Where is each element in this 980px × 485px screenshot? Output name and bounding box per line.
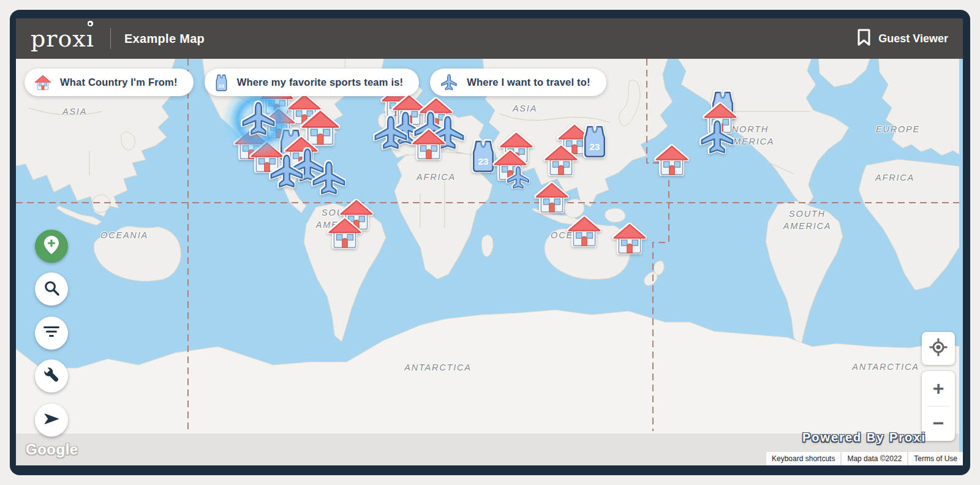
proxi-logo[interactable]: proxı <box>31 27 94 50</box>
powered-by-proxi-label: Powered By Proxi <box>802 430 926 445</box>
map-label: AFRICA <box>417 171 456 184</box>
plane-icon <box>440 73 458 92</box>
category-filter-bar: What Country I'm From! Where my favorite… <box>24 69 606 96</box>
house-marker[interactable] <box>612 223 647 255</box>
filter-pill-country[interactable]: What Country I'm From! <box>24 69 194 96</box>
header-divider <box>110 28 111 49</box>
map-label: ANTARCTICA <box>404 362 472 374</box>
map-label: OCEANIA <box>100 230 148 242</box>
send-icon <box>43 410 60 430</box>
jersey-marker[interactable] <box>581 125 608 158</box>
keyboard-shortcuts-link[interactable]: Keyboard shortcuts <box>766 452 840 465</box>
map-label: ASIA <box>62 106 87 118</box>
search-button[interactable] <box>35 273 68 306</box>
house-marker[interactable] <box>544 145 578 176</box>
search-icon <box>43 280 60 299</box>
bookmark-icon <box>857 29 871 49</box>
guest-viewer-button[interactable]: Guest Viewer <box>857 29 948 49</box>
proxi-app: proxı Example Map Guest Viewer <box>16 18 963 465</box>
filter-pill-travel[interactable]: Where I want to travel to! <box>430 69 606 96</box>
settings-wrench-button[interactable] <box>35 359 68 393</box>
house-marker[interactable] <box>328 217 362 249</box>
plane-marker[interactable] <box>310 160 348 198</box>
my-location-button[interactable] <box>922 332 955 365</box>
plane-marker[interactable] <box>268 153 306 191</box>
add-pin-button[interactable] <box>35 230 68 263</box>
wrench-icon <box>42 366 61 386</box>
plane-marker[interactable] <box>239 100 277 138</box>
filter-pill-sports-team[interactable]: Where my favorite sports team is! <box>205 69 420 96</box>
filter-pill-label: Where my favorite sports team is! <box>237 77 404 88</box>
house-marker[interactable] <box>655 145 689 176</box>
map-canvas[interactable]: What Country I'm From! Where my favorite… <box>16 59 963 465</box>
map-label: ANTARCTICA <box>852 361 919 374</box>
share-button[interactable] <box>35 404 68 437</box>
zoom-in-button[interactable]: + <box>922 371 955 406</box>
google-logo[interactable]: Google <box>26 441 78 458</box>
jersey-icon <box>214 74 228 91</box>
map-label: AFRICA <box>875 172 914 184</box>
guest-viewer-label: Guest Viewer <box>878 32 948 45</box>
filter-lines-icon <box>43 326 60 340</box>
house-icon <box>34 75 51 91</box>
map-label: EUROPE <box>876 124 920 136</box>
plane-marker[interactable] <box>698 119 736 157</box>
map-title: Example Map <box>124 32 205 46</box>
filter-button[interactable] <box>35 317 68 350</box>
filter-pill-label: Where I want to travel to! <box>467 77 590 88</box>
house-marker[interactable] <box>567 216 601 247</box>
plane-marker[interactable] <box>372 115 410 152</box>
map-attribution-bar: Keyboard shortcuts Map data ©2022 Terms … <box>766 452 963 465</box>
terms-of-use-link[interactable]: Terms of Use <box>908 452 963 465</box>
zoom-control: + − <box>922 371 955 441</box>
filter-pill-label: What Country I'm From! <box>60 77 178 88</box>
pin-plus-icon <box>43 235 59 257</box>
house-marker[interactable] <box>535 182 569 214</box>
house-marker[interactable] <box>412 129 446 160</box>
zoom-out-button[interactable]: − <box>922 407 955 442</box>
browser-frame: proxı Example Map Guest Viewer <box>10 10 970 475</box>
locate-icon <box>929 338 948 359</box>
map-label: ASIA <box>513 103 537 115</box>
map-label: SOUTHAMERICA <box>783 208 832 232</box>
app-header: proxı Example Map Guest Viewer <box>16 18 963 59</box>
plane-marker[interactable] <box>505 165 531 191</box>
map-data-label: Map data ©2022 <box>842 452 907 465</box>
world-landmasses <box>16 59 959 465</box>
